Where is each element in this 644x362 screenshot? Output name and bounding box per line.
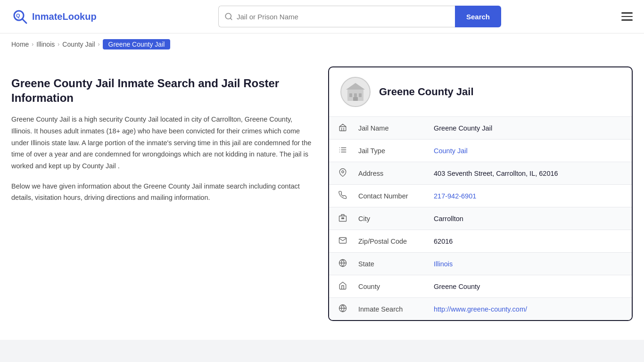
field-link[interactable]: Illinois	[434, 260, 453, 268]
table-row: Contact Number217-942-6901	[329, 185, 632, 207]
table-row: Inmate Searchhttp://www.greene-county.co…	[329, 298, 632, 321]
svg-point-20	[342, 171, 344, 173]
field-value[interactable]: County Jail	[424, 140, 632, 162]
jail-card: Greene County Jail Jail NameGreene Count…	[328, 66, 633, 321]
svg-rect-23	[342, 218, 343, 219]
globe-icon	[329, 253, 349, 275]
field-label: County	[349, 275, 424, 298]
svg-line-4	[230, 18, 231, 19]
field-label: Jail Name	[349, 117, 424, 140]
header: Q InmateLookup Search	[0, 0, 644, 33]
field-label: Jail Type	[349, 140, 424, 162]
table-row: Address403 Seventh Street, Carrollton, I…	[329, 162, 632, 185]
svg-rect-8	[359, 93, 362, 97]
building-icon	[344, 80, 367, 104]
field-label: Zip/Postal Code	[349, 230, 424, 253]
svg-rect-6	[349, 93, 352, 97]
svg-rect-7	[354, 93, 357, 97]
table-row: Jail NameGreene County Jail	[329, 117, 632, 140]
field-value[interactable]: 217-942-6901	[424, 185, 632, 207]
field-label: Inmate Search	[349, 298, 424, 321]
search-icon	[224, 12, 233, 21]
field-value[interactable]: http://www.greene-county.com/	[424, 298, 632, 321]
jail-card-header: Greene County Jail	[329, 67, 632, 117]
breadcrumb-sep-3: ›	[98, 41, 100, 48]
table-row: CityCarrollton	[329, 207, 632, 230]
hamburger-line-3	[621, 19, 633, 21]
search-button[interactable]: Search	[455, 6, 501, 27]
field-value: Carrollton	[424, 207, 632, 230]
hamburger-menu[interactable]	[621, 12, 633, 21]
search-form: Search	[218, 6, 501, 27]
web-icon	[329, 298, 349, 321]
table-row: CountyGreene County	[329, 275, 632, 298]
jail-icon	[329, 117, 349, 140]
hamburger-line-1	[621, 12, 633, 14]
field-label: Address	[349, 162, 424, 185]
search-input-wrap	[218, 6, 455, 27]
svg-rect-10	[353, 97, 358, 101]
jail-avatar	[340, 77, 371, 107]
page-description-2: Below we have given information about th…	[11, 181, 313, 204]
page-description-1: Greene County Jail is a high security Co…	[11, 114, 313, 172]
field-value: 403 Seventh Street, Carrollton, IL, 6201…	[424, 162, 632, 185]
svg-line-1	[22, 19, 26, 23]
right-column: Greene County Jail Jail NameGreene Count…	[328, 66, 633, 321]
svg-rect-11	[339, 127, 346, 131]
field-label: State	[349, 253, 424, 275]
svg-text:Q: Q	[16, 13, 20, 18]
breadcrumb-active: Greene County Jail	[103, 39, 171, 49]
breadcrumb: Home › Illinois › County Jail › Greene C…	[0, 33, 644, 55]
breadcrumb-county-jail[interactable]: County Jail	[62, 41, 95, 48]
table-row: Jail TypeCounty Jail	[329, 140, 632, 162]
logo-text: InmateLookup	[32, 11, 97, 22]
svg-rect-24	[343, 218, 344, 219]
page-title: Greene County Jail Inmate Search and Jai…	[11, 76, 313, 105]
hamburger-line-2	[621, 16, 633, 17]
info-table: Jail NameGreene County JailJail TypeCoun…	[329, 117, 632, 320]
main-content: Greene County Jail Inmate Search and Jai…	[0, 55, 644, 340]
city-icon	[329, 207, 349, 230]
breadcrumb-sep-1: ›	[32, 41, 33, 48]
field-value: Greene County Jail	[424, 117, 632, 140]
list-icon	[329, 140, 349, 162]
breadcrumb-illinois[interactable]: Illinois	[36, 41, 55, 48]
field-label: City	[349, 207, 424, 230]
location-icon	[329, 162, 349, 185]
search-area: Search	[113, 6, 606, 27]
field-value: 62016	[424, 230, 632, 253]
field-link[interactable]: County Jail	[434, 147, 468, 155]
mail-icon	[329, 230, 349, 253]
footer-bar	[0, 340, 644, 362]
field-link[interactable]: 217-942-6901	[434, 192, 476, 200]
field-value[interactable]: Illinois	[424, 253, 632, 275]
field-link[interactable]: http://www.greene-county.com/	[434, 305, 527, 313]
svg-rect-21	[339, 216, 347, 221]
field-label: Contact Number	[349, 185, 424, 207]
field-value: Greene County	[424, 275, 632, 298]
logo-link[interactable]: Q InmateLookup	[11, 8, 106, 25]
breadcrumb-home[interactable]: Home	[11, 41, 29, 48]
phone-icon	[329, 185, 349, 207]
jail-card-title: Greene County Jail	[379, 86, 474, 98]
breadcrumb-sep-2: ›	[58, 41, 59, 48]
table-row: StateIllinois	[329, 253, 632, 275]
logo-icon: Q	[11, 8, 28, 25]
table-row: Zip/Postal Code62016	[329, 230, 632, 253]
county-icon	[329, 275, 349, 298]
svg-marker-9	[346, 83, 365, 90]
search-input[interactable]	[237, 13, 449, 21]
left-column: Greene County Jail Inmate Search and Jai…	[11, 66, 313, 321]
